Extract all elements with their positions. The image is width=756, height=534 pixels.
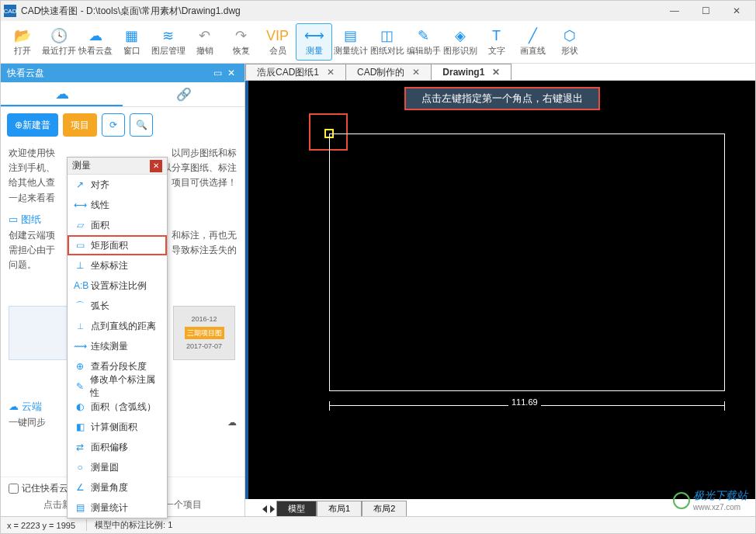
measure-item-label: 查看分段长度	[91, 360, 147, 373]
toolbar-撤销[interactable]: ↶撤销	[186, 23, 223, 61]
welcome-suffix-2: 以分享图纸、标注	[162, 161, 237, 175]
toolbar-label: 图层管理	[151, 45, 186, 57]
measure-item-label: 测量统计	[91, 501, 128, 515]
measure-item-矩形面积[interactable]: ▭矩形面积	[68, 235, 167, 255]
search-button[interactable]: 🔍	[130, 113, 153, 137]
toolbar-图纸对比[interactable]: ◫图纸对比	[369, 23, 405, 61]
layout-tab-模型[interactable]: 模型	[276, 501, 317, 516]
measure-item-测量圆[interactable]: ○测量圆	[68, 457, 167, 477]
toolbar-最近打开[interactable]: 🕓最近打开	[40, 23, 77, 61]
doc-tab-浩辰CAD图纸1[interactable]: 浩辰CAD图纸1✕	[245, 64, 346, 80]
minimize-button[interactable]: —	[659, 1, 690, 21]
layout-tab-布局1[interactable]: 布局1	[317, 501, 362, 516]
toolbar-测量[interactable]: ⟷测量	[296, 23, 332, 61]
layout-tab-布局2[interactable]: 布局2	[362, 501, 407, 516]
close-button[interactable]: ✕	[721, 1, 752, 21]
tab-scroll-left[interactable]	[262, 505, 267, 513]
tab-scroll-right[interactable]	[270, 505, 275, 513]
dropdown-close-button[interactable]: ✕	[150, 160, 162, 172]
welcome-suffix-3: 项目可供选择！	[162, 175, 237, 190]
statusbar: x = 2223 y = 1995 模型中的标注比例: 1	[1, 516, 755, 533]
watermark: 极光下载站 www.xz7.com	[673, 489, 747, 511]
link-icon: 🔗	[176, 87, 192, 102]
drawing-canvas[interactable]: 点击左键指定第一个角点，右键退出 111.69	[245, 81, 755, 499]
panel-header: 快看云盘 ▭ ✕	[1, 64, 244, 82]
measure-item-测量角度[interactable]: ∠测量角度	[68, 477, 167, 498]
new-project-button[interactable]: ⊕ 新建普	[7, 113, 58, 137]
tab-link[interactable]: 🔗	[123, 83, 244, 106]
measure-item-label: 点到直线的距离	[91, 320, 156, 333]
measure-item-icon: ◐	[74, 401, 86, 412]
toolbar-label: 最近打开	[42, 45, 76, 57]
toolbar-编辑助手[interactable]: ✎编辑助手	[405, 23, 442, 61]
drawing-icon: ▭	[9, 212, 18, 228]
measure-item-面积偏移[interactable]: ⇄面积偏移	[68, 437, 167, 457]
measure-item-对齐[interactable]: ↗对齐	[68, 175, 167, 195]
refresh-button[interactable]: ⟳	[102, 113, 125, 137]
doc-tab-CAD制作的[interactable]: CAD制作的✕	[345, 64, 432, 80]
图纸对比-icon: ◫	[380, 27, 394, 44]
toolbar-label: 快看云盘	[78, 45, 113, 57]
remember-checkbox[interactable]	[9, 484, 19, 494]
measure-item-线性[interactable]: ⟷线性	[68, 195, 167, 215]
measure-item-label: 测量圆	[91, 461, 119, 474]
drawn-rectangle	[329, 134, 725, 391]
toolbar-窗口[interactable]: ▦窗口	[113, 23, 150, 61]
measure-item-连续测量[interactable]: ⟿连续测量	[68, 336, 167, 356]
measure-item-设置标注比例[interactable]: A:B设置标注比例	[68, 276, 167, 296]
toolbar-图形识别[interactable]: ◈图形识别	[442, 23, 478, 61]
toolbar-画直线[interactable]: ╱画直线	[515, 23, 551, 61]
section-drawings-body-l: 创建云端项 需担心由于 问题。	[9, 228, 55, 273]
status-scale: 模型中的标注比例: 1	[86, 519, 172, 531]
doc-tab-close[interactable]: ✕	[492, 67, 500, 78]
canvas-area: 浩辰CAD图纸1✕CAD制作的✕Drawing1✕ 点击左键指定第一个角点，右键…	[245, 64, 755, 516]
toolbar-测量统计[interactable]: ▤测量统计	[332, 23, 369, 61]
measure-item-计算侧面积[interactable]: ◧计算侧面积	[68, 417, 167, 437]
doc-tab-close[interactable]: ✕	[412, 67, 420, 78]
measure-item-icon: ⟿	[74, 341, 86, 352]
new-project-label: 新建普	[23, 119, 50, 132]
toolbar-恢复[interactable]: ↷恢复	[223, 23, 259, 61]
project-button[interactable]: 项目	[63, 113, 97, 137]
measure-item-坐标标注[interactable]: ⊥坐标标注	[68, 255, 167, 276]
measure-item-面积[interactable]: ▱面积	[68, 215, 167, 235]
measure-item-label: 对齐	[91, 179, 109, 192]
measure-item-icon: ⇄	[74, 442, 86, 453]
panel-close-button[interactable]: ✕	[224, 68, 238, 78]
app-icon: CAD	[4, 5, 16, 17]
window-title: CAD快速看图 - D:\tools\桌面\常用素材\Drawing1.dwg	[21, 5, 241, 18]
doc-tab-label: Drawing1	[442, 67, 484, 78]
toolbar-label: 编辑助手	[407, 45, 441, 57]
toolbar-快看云盘[interactable]: ☁快看云盘	[77, 23, 113, 61]
tab-cloud[interactable]: ☁	[1, 83, 123, 106]
measure-item-测量统计[interactable]: ▤测量统计	[68, 498, 167, 518]
doc-tab-close[interactable]: ✕	[327, 67, 335, 78]
toolbar-label: 会员	[269, 45, 286, 57]
welcome-suffix-1: 以同步图纸和标	[162, 146, 237, 161]
toolbar-label: 窗口	[123, 45, 140, 57]
画直线-icon: ╱	[529, 27, 537, 44]
small-cloud-icon: ☁	[227, 415, 237, 430]
toolbar-文字[interactable]: T文字	[478, 23, 515, 61]
welcome-text-1: 欢迎使用快	[9, 146, 55, 161]
toolbar-形状[interactable]: ⬡形状	[551, 23, 588, 61]
measure-item-label: 矩形面积	[91, 239, 128, 252]
doc-tab-Drawing1[interactable]: Drawing1✕	[431, 64, 512, 80]
toolbar-图层管理[interactable]: ≋图层管理	[150, 23, 186, 61]
measure-item-面积（含弧线）[interactable]: ◐面积（含弧线）	[68, 397, 167, 417]
panel-pin-button[interactable]: ▭	[210, 68, 224, 78]
measure-item-label: 坐标标注	[91, 259, 128, 272]
toolbar-会员[interactable]: VIP会员	[259, 23, 296, 61]
measure-item-label: 设置标注比例	[91, 279, 147, 293]
measure-item-icon: ○	[74, 462, 86, 473]
watermark-text: 极光下载站	[693, 489, 747, 503]
measure-item-点到直线的距离[interactable]: ⟂点到直线的距离	[68, 316, 167, 336]
measure-item-icon: ▤	[74, 502, 86, 513]
measure-item-icon: ▭	[74, 240, 86, 251]
measure-item-弧长[interactable]: ⌒弧长	[68, 296, 167, 316]
panel-actions: ⊕ 新建普 项目 ⟳ 🔍	[1, 107, 244, 143]
toolbar-打开[interactable]: 📂打开	[4, 23, 40, 61]
maximize-button[interactable]: ☐	[690, 1, 721, 21]
watermark-url: www.xz7.com	[693, 503, 747, 511]
measure-item-修改单个标注属性[interactable]: ✎修改单个标注属性	[68, 376, 167, 397]
